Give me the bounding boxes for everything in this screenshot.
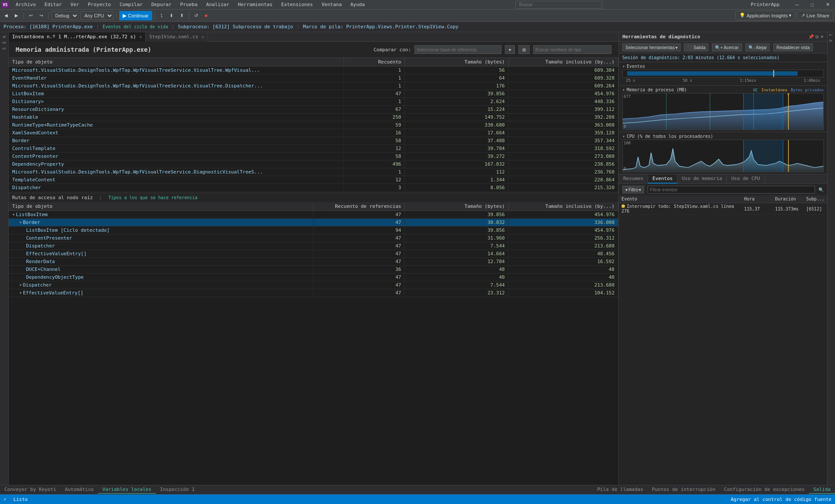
step-out-button[interactable]: ⬆ bbox=[177, 11, 186, 20]
diag-pin-button[interactable]: 📌 bbox=[808, 34, 814, 40]
event-table-row[interactable]: Interrumpir todo: Step1View.xaml.cs líne… bbox=[619, 203, 827, 215]
stop-button[interactable]: ■ bbox=[202, 11, 210, 20]
col-type[interactable]: Tipo de objeto bbox=[9, 58, 344, 67]
forward-button[interactable]: ▶ bbox=[12, 11, 21, 20]
continue-button[interactable]: ▶ Continuar bbox=[119, 11, 152, 20]
filter-search-icon[interactable]: 🔍 bbox=[818, 187, 824, 192]
memory-table-row[interactable]: Dispatcher 3 8.056 215.320 bbox=[9, 184, 618, 192]
ref-col-refs[interactable]: Recuento de referencias bbox=[314, 202, 405, 211]
ref-col-inclusive[interactable]: Tamaño inclusivo (by...) bbox=[508, 202, 618, 211]
conveyor-tab[interactable]: Conveyor by Keyoti bbox=[0, 486, 60, 494]
menu-extensiones[interactable]: Extensiones bbox=[280, 1, 315, 8]
diag-tab-memory[interactable]: Uso de memoria bbox=[678, 174, 727, 184]
compare-select[interactable] bbox=[414, 45, 501, 54]
menu-ayuda[interactable]: Ayuda bbox=[349, 1, 367, 8]
redo-button[interactable]: ↪ bbox=[37, 11, 46, 20]
compare-action-button[interactable]: ⊞ bbox=[518, 45, 530, 54]
menu-editar[interactable]: Editar bbox=[43, 1, 63, 8]
events-col-time[interactable]: Hora bbox=[741, 195, 772, 203]
app-insights-button[interactable]: 💡 Application Insights ▾ bbox=[735, 11, 796, 20]
menu-prueba[interactable]: Prueba bbox=[178, 1, 199, 8]
ref-table-row[interactable]: ▾Border 47 30.832 336.008 bbox=[9, 219, 618, 227]
snapshot-tab[interactable]: Instantánea n.º 1 M...rterApp.exe (32,72… bbox=[9, 32, 146, 42]
file-tab[interactable]: Step1View.xaml.cs × bbox=[146, 32, 208, 42]
ref-col-size[interactable]: Tamaño (bytes) bbox=[405, 202, 508, 211]
memory-table-row[interactable]: ContentPresenter 58 39.272 273.080 bbox=[9, 153, 618, 160]
analisis-visual-icon[interactable]: A bbox=[2, 36, 7, 38]
memory-table-row[interactable]: Microsoft.VisualStudio.DesignTools.WpfTa… bbox=[9, 67, 618, 74]
menu-compilar[interactable]: Compilar bbox=[118, 1, 144, 8]
memory-table-row[interactable]: RuntimeType+RuntimeTypeCache 59 330.680 … bbox=[9, 121, 618, 129]
properties-icon[interactable]: P bbox=[829, 40, 833, 42]
memory-table-row[interactable]: ResourceDictionary 67 15.224 399.112 bbox=[9, 106, 618, 113]
ref-table-row[interactable]: ▾ListBoxItem 47 39.856 454.976 bbox=[9, 211, 618, 219]
ref-table-row[interactable]: RenderData 47 12.784 16.592 bbox=[9, 258, 618, 266]
salida-tab[interactable]: Salida bbox=[809, 486, 835, 494]
ref-table-row[interactable]: ▾EffectiveValueEntry[] 47 23.312 104.152 bbox=[9, 289, 618, 297]
debug-mode-select[interactable]: Debug bbox=[51, 11, 79, 20]
minimize-button[interactable]: ─ bbox=[792, 0, 802, 10]
diag-tab-resumen[interactable]: Resumen bbox=[619, 174, 648, 184]
menu-proyecto[interactable]: Proyecto bbox=[86, 1, 113, 8]
ref-table-row[interactable]: Dispatcher 47 7.544 213.680 bbox=[9, 242, 618, 250]
diag-close-button[interactable]: ✕ bbox=[820, 34, 824, 40]
live-share-button[interactable]: ↗ Live Share bbox=[797, 11, 833, 20]
undo-button[interactable]: ↩ bbox=[27, 11, 35, 20]
memory-table-row[interactable]: XamlSavedContext 16 17.664 359.128 bbox=[9, 129, 618, 137]
col-inclusive[interactable]: Tamaño inclusivo (by...) bbox=[508, 58, 618, 67]
menu-depurar[interactable]: Depurar bbox=[150, 1, 173, 8]
menu-archivo[interactable]: Archivo bbox=[14, 1, 37, 8]
sql-server-icon[interactable]: S bbox=[2, 47, 7, 50]
cpu-select[interactable]: Any CPU bbox=[80, 11, 114, 20]
menu-herramientas[interactable]: Herramientas bbox=[236, 1, 274, 8]
search-types-input[interactable] bbox=[533, 45, 611, 54]
diag-float-button[interactable]: ⧉ bbox=[815, 34, 818, 40]
events-col-duration[interactable]: Duración bbox=[772, 195, 804, 203]
events-col-thread[interactable]: Subp... bbox=[804, 195, 827, 203]
memory-table-row[interactable]: Microsoft.VisualStudio.DesignTools.WpfTa… bbox=[9, 82, 618, 90]
select-tools-button[interactable]: Seleccionar herramientas ▾ bbox=[622, 43, 681, 51]
menu-ventana[interactable]: Ventana bbox=[320, 1, 343, 8]
menu-analizar[interactable]: Analizar bbox=[204, 1, 231, 8]
variables-locales-tab[interactable]: Variables locales bbox=[98, 486, 156, 494]
restart-button[interactable]: ↺ bbox=[192, 11, 200, 20]
lifecycle-link[interactable]: Eventos del ciclo de vida bbox=[103, 24, 168, 29]
inspeccion-tab[interactable]: Inspección 1 bbox=[156, 486, 199, 494]
ref-types-link[interactable]: Tipos a los que se hace referencia bbox=[108, 195, 197, 200]
compare-button[interactable]: ▾ bbox=[505, 45, 515, 54]
back-button[interactable]: ◀ bbox=[2, 11, 10, 20]
memory-table-row[interactable]: Dictionary> 1 2.624 448.336 bbox=[9, 98, 618, 106]
maximize-button[interactable]: □ bbox=[807, 0, 817, 10]
ref-table-row[interactable]: ListBoxItem [Ciclo detectado] 94 39.856 … bbox=[9, 227, 618, 234]
global-search-input[interactable] bbox=[515, 1, 602, 9]
acercar-button[interactable]: 🔍+ Acercar bbox=[712, 43, 741, 51]
cpu-expand-icon[interactable]: ▾ bbox=[622, 134, 625, 139]
config-excepciones-tab[interactable]: Configuración de excepciones bbox=[720, 486, 809, 494]
diag-tab-eventos[interactable]: Eventos bbox=[648, 174, 677, 184]
puntos-interrupcion-tab[interactable]: Puntos de interrupción bbox=[648, 486, 720, 494]
snapshot-tab-close[interactable]: × bbox=[140, 35, 142, 39]
ref-roots-container[interactable]: Tipo de objeto Recuento de referencias T… bbox=[9, 202, 618, 485]
events-expand-icon[interactable]: ▾ bbox=[622, 64, 625, 69]
memory-table-row[interactable]: Border 58 37.488 357.344 bbox=[9, 137, 618, 145]
add-source-control[interactable]: Agregar al control de código fuente bbox=[731, 497, 832, 502]
memory-table-row[interactable]: EventHandler 1 64 609.328 bbox=[9, 74, 618, 82]
alejar-button[interactable]: 🔍- Alejar bbox=[745, 43, 770, 51]
memory-table-row[interactable]: TemplateContent 12 1.344 228.864 bbox=[9, 176, 618, 184]
events-col-name[interactable]: Evento bbox=[619, 195, 741, 203]
memory-table-row[interactable]: Microsoft.VisualStudio.DesignTools.WpfTa… bbox=[9, 168, 618, 176]
filter-events-input[interactable] bbox=[648, 186, 815, 194]
memory-table-row[interactable]: ControlTemplate 12 39.704 318.592 bbox=[9, 145, 618, 153]
memory-table-row[interactable]: ListBoxItem 47 39.856 454.976 bbox=[9, 90, 618, 98]
pila-llamadas-tab[interactable]: Pila de llamadas bbox=[593, 486, 648, 494]
step-over-button[interactable]: ⤵ bbox=[158, 11, 165, 20]
col-size[interactable]: Tamaño (bytes) bbox=[405, 58, 508, 67]
diag-tab-cpu[interactable]: Uso de CPU bbox=[727, 174, 765, 184]
close-button[interactable]: ✕ bbox=[822, 0, 833, 10]
memory-table-row[interactable]: Hashtable 250 149.752 392.208 bbox=[9, 113, 618, 121]
ref-col-type[interactable]: Tipo de objeto bbox=[9, 202, 314, 211]
team-explorer-icon[interactable]: T bbox=[829, 34, 833, 36]
ref-table-row[interactable]: ContentPresenter 47 31.960 256.312 bbox=[9, 234, 618, 242]
ref-table-row[interactable]: DUCE+Channel 36 48 48 bbox=[9, 266, 618, 274]
step-into-button[interactable]: ⬇ bbox=[167, 11, 176, 20]
